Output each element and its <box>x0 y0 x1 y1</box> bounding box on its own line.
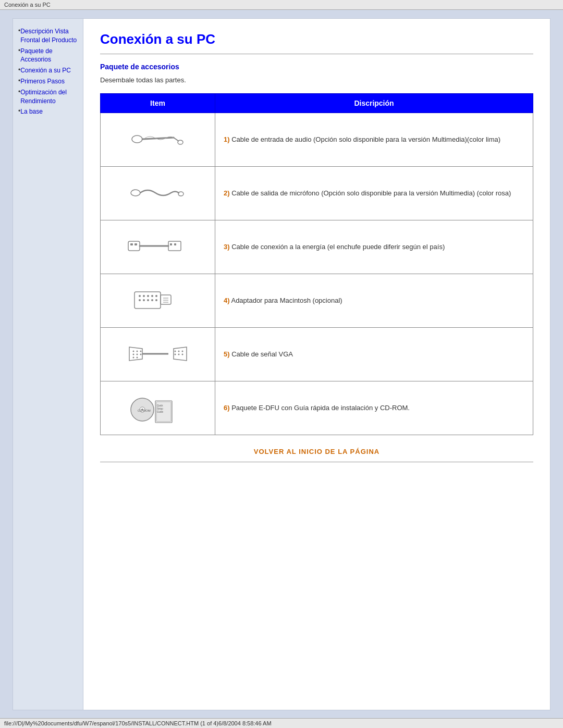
sidebar-link-conexion[interactable]: Conexión a su PC <box>20 66 78 75</box>
table-row: 1) Cable de entrada de audio (Opción sol… <box>101 113 533 167</box>
bottom-divider <box>100 462 533 462</box>
svg-point-36 <box>136 357 138 359</box>
sidebar-nav: Descripción Vista Frontal del Producto P… <box>18 27 78 116</box>
item-image-cell-2 <box>101 167 215 220</box>
svg-point-41 <box>181 351 183 352</box>
svg-point-32 <box>132 354 134 355</box>
table-row: 4) Adaptador para Macintosh (opcional) <box>101 274 533 328</box>
item-num-3: 3) <box>224 243 230 251</box>
cable-image-5 <box>124 334 192 373</box>
cable-image-4 <box>124 280 192 319</box>
item-desc-cell-2: 2) Cable de salida de micrófono (Opción … <box>215 167 533 220</box>
sidebar: Descripción Vista Frontal del Producto P… <box>13 19 83 710</box>
svg-rect-12 <box>174 243 176 245</box>
back-to-top: VOLVER AL INICIO DE LA PÁGINA <box>100 448 533 455</box>
cable-image-6: CD-ROM Quick Setup Guide <box>124 388 192 427</box>
svg-point-43 <box>178 354 179 355</box>
sidebar-link-base[interactable]: La base <box>20 107 78 116</box>
status-bar: file:///D|/My%20documents/dfu/W7/espanol… <box>0 718 563 728</box>
svg-line-2 <box>174 138 179 141</box>
item-desc-text-3: Cable de conexión a la energía (el enchu… <box>230 243 445 251</box>
svg-point-39 <box>174 351 176 352</box>
intro-text: Desembale todas las partes. <box>100 76 533 84</box>
item-num-5: 5) <box>224 350 230 358</box>
title-bar: Conexión a su PC <box>0 0 563 10</box>
item-desc-text-4: Adaptador para Macintosh (opcional) <box>230 297 342 304</box>
sidebar-item-3: Conexión a su PC <box>18 66 78 75</box>
item-image-cell-1 <box>101 113 215 167</box>
svg-point-16 <box>147 295 149 297</box>
item-desc-text-2: Cable de salida de micrófono (Opción sol… <box>230 189 511 197</box>
svg-point-42 <box>174 354 176 355</box>
item-desc-cell-6: 6) Paquete E-DFU con Guía rápida de inst… <box>215 381 533 435</box>
svg-point-29 <box>132 351 134 352</box>
item-desc-text-1: Cable de entrada de audio (Opción solo d… <box>230 135 501 143</box>
svg-point-3 <box>178 140 183 144</box>
cable-image-3 <box>124 227 192 266</box>
svg-point-19 <box>139 299 141 301</box>
item-num-4: 4) <box>224 297 230 304</box>
svg-point-31 <box>140 351 141 352</box>
svg-rect-8 <box>134 243 137 245</box>
accessories-table: Item Discripción <box>100 93 533 435</box>
svg-point-34 <box>140 354 141 355</box>
content-area: Conexión a su PC Paquete de accesorios D… <box>83 19 550 710</box>
table-header-desc: Discripción <box>215 94 533 113</box>
svg-point-22 <box>151 299 153 301</box>
item-desc-text-6: Paquete E-DFU con Guía rápida de instala… <box>230 404 410 412</box>
item-desc-cell-4: 4) Adaptador para Macintosh (opcional) <box>215 274 533 328</box>
status-bar-text: file:///D|/My%20documents/dfu/W7/espanol… <box>4 720 272 726</box>
item-desc-cell-3: 3) Cable de conexión a la energía (el en… <box>215 220 533 274</box>
section-title: Paquete de accesorios <box>100 63 533 71</box>
svg-point-17 <box>151 295 153 297</box>
sidebar-item-6: La base <box>18 107 78 116</box>
svg-point-30 <box>136 351 138 352</box>
item-num-6: 6) <box>224 404 230 412</box>
main-layout: Descripción Vista Frontal del Producto P… <box>13 18 550 710</box>
item-num-2: 2) <box>224 189 230 197</box>
svg-point-20 <box>143 299 145 301</box>
back-to-top-link[interactable]: VOLVER AL INICIO DE LA PÁGINA <box>254 448 380 455</box>
item-image-cell-3 <box>101 220 215 274</box>
title-bar-text: Conexión a su PC <box>4 2 51 8</box>
sidebar-item-1: Descripción Vista Frontal del Producto <box>18 27 78 45</box>
svg-point-5 <box>178 192 183 196</box>
svg-rect-6 <box>128 241 140 251</box>
cable-image-1 <box>124 119 192 158</box>
table-row: 5) Cable de señal VGA <box>101 328 533 381</box>
outer-container: Descripción Vista Frontal del Producto P… <box>0 10 563 719</box>
svg-point-40 <box>178 351 179 352</box>
top-divider <box>100 54 533 54</box>
svg-rect-24 <box>161 295 171 304</box>
sidebar-link-primeros[interactable]: Primeros Pasos <box>20 77 78 86</box>
svg-point-35 <box>132 357 134 359</box>
item-image-cell-5 <box>101 328 215 381</box>
svg-rect-10 <box>168 241 181 251</box>
item-desc-cell-1: 1) Cable de entrada de audio (Opción sol… <box>215 113 533 167</box>
sidebar-item-4: Primeros Pasos <box>18 77 78 86</box>
item-num-1: 1) <box>224 135 230 143</box>
svg-line-1 <box>142 138 174 139</box>
svg-text:Guide: Guide <box>157 411 164 413</box>
svg-text:Quick: Quick <box>157 404 163 407</box>
item-image-cell-6: CD-ROM Quick Setup Guide <box>101 381 215 435</box>
svg-point-44 <box>181 354 183 355</box>
item-desc-text-5: Cable de señal VGA <box>230 350 293 358</box>
svg-point-15 <box>143 295 145 297</box>
svg-point-33 <box>136 354 138 355</box>
cable-image-2 <box>124 173 192 212</box>
sidebar-item-5: Optimización del Rendimiento <box>18 88 78 106</box>
item-desc-cell-5: 5) Cable de señal VGA <box>215 328 533 381</box>
item-image-cell-4 <box>101 274 215 328</box>
svg-point-21 <box>147 299 149 301</box>
sidebar-link-descripcion[interactable]: Descripción Vista Frontal del Producto <box>20 27 78 45</box>
sidebar-link-optimizacion[interactable]: Optimización del Rendimiento <box>20 88 78 106</box>
table-header-item: Item <box>101 94 215 113</box>
table-row: CD-ROM Quick Setup Guide 6) Paquete E-DF… <box>101 381 533 435</box>
sidebar-item-2: Paquete de Accesorios <box>18 47 78 65</box>
svg-point-18 <box>155 295 157 297</box>
table-row: 2) Cable de salida de micrófono (Opción … <box>101 167 533 220</box>
sidebar-link-paquete[interactable]: Paquete de Accesorios <box>20 47 78 65</box>
svg-rect-7 <box>130 243 133 245</box>
svg-point-23 <box>155 299 157 301</box>
